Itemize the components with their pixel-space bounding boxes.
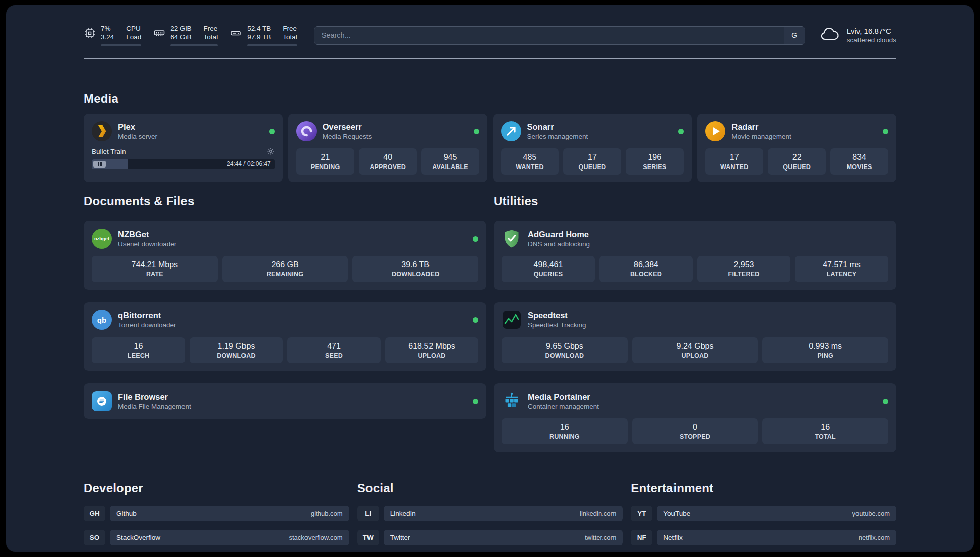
stat-download: 9.65 Gbps DOWNLOAD: [502, 337, 628, 363]
speedtest-icon: [502, 310, 522, 330]
search-engine-button[interactable]: G: [784, 27, 805, 44]
stat-movies: 834 MOVIES: [830, 148, 888, 175]
stat-blocked: 86,384 BLOCKED: [599, 256, 693, 282]
stat-label: PING: [764, 352, 886, 359]
bookmark-twitter[interactable]: TW Twitter twitter.com: [357, 530, 623, 545]
disk-stat: 52.4 TB Free 97.9 TB Total: [230, 24, 297, 46]
cpu-usage: 7%: [101, 24, 114, 33]
ram-bar: [170, 44, 218, 46]
online-status-dot: [473, 399, 478, 404]
stat-label: RUNNING: [504, 433, 626, 440]
bookmark-name: Twitter: [390, 534, 410, 541]
search-bar: G: [314, 26, 805, 45]
stat-value: 471: [289, 342, 379, 351]
qbittorrent-card[interactable]: qb qBittorrent Torrent downloader 16 LEE…: [84, 302, 486, 371]
stat-value: 618.52 Mbps: [387, 342, 476, 351]
stat-label: LATENCY: [797, 271, 886, 278]
plex-card[interactable]: Plex Media server Bullet Train: [84, 114, 283, 182]
stat-label: REMAINING: [224, 271, 346, 278]
bookmark-abbr: LI: [357, 506, 379, 521]
cpu-stat: 7% CPU 3.24 Load: [84, 24, 141, 46]
stat-series: 196 SERIES: [626, 148, 684, 175]
stat-value: 22: [770, 153, 824, 162]
stat-label: TOTAL: [764, 433, 886, 440]
app-subtitle: Usenet downloader: [118, 240, 176, 248]
app-subtitle: Series management: [527, 133, 588, 140]
bookmark-stackoverflow[interactable]: SO StackOverflow stackoverflow.com: [84, 530, 349, 545]
nzbget-icon-text: nzbget: [94, 236, 109, 241]
header: 7% CPU 3.24 Load 22: [84, 5, 896, 46]
app-subtitle: Container management: [528, 403, 599, 410]
bookmark-netflix[interactable]: NF Netflix netflix.com: [631, 530, 896, 545]
stat-value: 40: [361, 153, 415, 162]
cpu-label-2: Load: [126, 33, 141, 41]
overseerr-card[interactable]: Overseerr Media Requests 21 PENDING 40 A…: [288, 114, 487, 182]
stat-wanted: 17 WANTED: [705, 148, 763, 175]
search-input[interactable]: [314, 27, 784, 44]
ram-total: 64 GiB: [170, 33, 191, 41]
online-status-dot: [473, 317, 478, 323]
cpu-bar: [101, 44, 141, 46]
dashboard: 7% CPU 3.24 Load 22: [6, 5, 974, 552]
bookmark-url: youtube.com: [852, 510, 890, 517]
bookmark-url: netflix.com: [859, 534, 890, 541]
bookmark-linkedin[interactable]: LI LinkedIn linkedin.com: [357, 506, 623, 521]
media-grid: Plex Media server Bullet Train: [84, 114, 896, 182]
online-status-dot: [473, 236, 478, 242]
bookmark-youtube[interactable]: YT YouTube youtube.com: [631, 506, 896, 521]
stat-latency: 47.571 ms LATENCY: [795, 256, 888, 282]
ram-icon: [153, 27, 165, 41]
app-subtitle: Movie management: [731, 133, 791, 140]
cloud-icon: [819, 27, 840, 44]
pause-button[interactable]: [93, 161, 106, 168]
documents-section-title: Documents & Files: [84, 194, 486, 208]
stat-value: 9.65 Gbps: [504, 342, 626, 351]
system-stats: 7% CPU 3.24 Load 22: [84, 24, 297, 46]
disk-bar: [247, 44, 297, 46]
bookmark-bar: Twitter twitter.com: [384, 530, 623, 545]
app-name: Speedtest: [528, 311, 586, 320]
stat-seed: 471 SEED: [287, 337, 381, 363]
gear-icon[interactable]: [267, 147, 275, 155]
disk-label-1: Free: [283, 24, 297, 33]
bookmark-name: Netflix: [663, 534, 683, 541]
app-name: Media Portainer: [528, 392, 599, 402]
cpu-icon: [84, 27, 96, 41]
app-name: File Browser: [118, 392, 191, 402]
radarr-icon: [705, 121, 725, 141]
stat-queued: 22 QUEUED: [768, 148, 826, 175]
weather-widget: Lviv, 16.87°C scattered clouds: [819, 27, 896, 44]
now-playing-title: Bullet Train: [92, 148, 126, 155]
bookmark-url: linkedin.com: [580, 510, 616, 517]
stat-label: PENDING: [298, 163, 352, 171]
utilities-column: Utilities: [494, 194, 896, 452]
stat-value: 9.24 Gbps: [634, 342, 756, 351]
adguard-card[interactable]: AdGuard Home DNS and adblocking 498,461 …: [494, 221, 896, 290]
stat-wanted: 485 WANTED: [501, 148, 559, 175]
stat-label: SEED: [289, 352, 379, 359]
radarr-card[interactable]: Radarr Movie management 17 WANTED 22 QUE…: [697, 114, 896, 182]
portainer-card[interactable]: Media Portainer Container management 16 …: [494, 383, 896, 452]
bookmark-github[interactable]: GH Github github.com: [84, 506, 349, 521]
disk-icon: [230, 27, 242, 41]
nzbget-card[interactable]: nzbget NZBGet Usenet downloader 744.21 M…: [84, 221, 486, 290]
stat-ping: 0.993 ms PING: [762, 337, 888, 363]
stat-label: AVAILABLE: [423, 163, 477, 171]
filebrowser-icon: [92, 391, 112, 411]
bookmark-url: stackoverflow.com: [289, 534, 342, 541]
sonarr-card[interactable]: Sonarr Series management 485 WANTED 17 Q…: [493, 114, 692, 182]
middle-columns: Documents & Files nzbget NZBGet Usenet d…: [84, 194, 896, 452]
stat-value: 47.571 ms: [797, 260, 886, 269]
bookmark-abbr: GH: [84, 506, 105, 521]
app-name: Sonarr: [527, 122, 588, 132]
filebrowser-card[interactable]: File Browser Media File Management: [84, 383, 486, 419]
stat-label: RATE: [94, 271, 216, 278]
stat-approved: 40 APPROVED: [359, 148, 417, 175]
speedtest-card[interactable]: Speedtest Speedtest Tracking 9.65 Gbps D…: [494, 302, 896, 371]
cpu-label-1: CPU: [126, 24, 141, 33]
app-name: Radarr: [731, 122, 791, 132]
stat-leech: 16 LEECH: [92, 337, 185, 363]
playback-progress-bar[interactable]: 24:44 / 02:06:47: [92, 159, 275, 169]
documents-column: Documents & Files nzbget NZBGet Usenet d…: [84, 194, 486, 452]
online-status-dot: [269, 129, 275, 134]
